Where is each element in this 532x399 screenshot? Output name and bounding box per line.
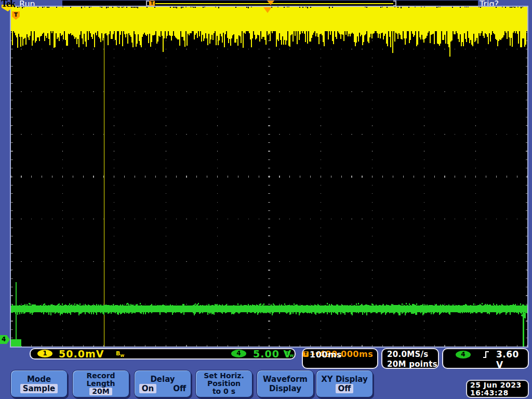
horizontal-scale: 100ms: [310, 350, 342, 360]
rising-edge-icon: [483, 351, 490, 359]
option-label: Waveform: [263, 375, 308, 384]
channel1-scale: 50.0mV: [59, 348, 104, 360]
option-label: to 0 s: [212, 388, 235, 395]
channel1-badge: 1: [37, 350, 52, 357]
button-label-line: XY Display: [316, 375, 373, 384]
waveform-canvas: [11, 7, 527, 347]
button-label-line: Set Horiz.: [196, 372, 252, 380]
button-label-line: Delay: [135, 375, 191, 384]
trigger-level: 3.60 V: [496, 349, 528, 370]
option-label: Mode: [27, 375, 51, 384]
button-label-line: Display: [257, 384, 313, 393]
sample-rate: 20.0MS/s: [387, 350, 429, 359]
horizontal-readout-box: 100ms T → ▼ 490.000ms: [302, 348, 378, 369]
trigger-readout-box: 4 3.60 V: [442, 348, 529, 369]
selected-option: Sample: [20, 384, 58, 393]
option-label: Set Horiz.: [204, 372, 244, 380]
menu-button-delay[interactable]: DelayOnOff: [134, 370, 191, 397]
option-label: Length: [86, 380, 115, 388]
option-label: Display: [269, 384, 301, 393]
channel4-badge: 4: [231, 350, 246, 357]
sample-rate-box: 20.0MS/s 20M points: [381, 348, 439, 369]
menu-button-set-horizontal-position[interactable]: Set Horiz.Positionto 0 s: [195, 370, 252, 397]
channel-readout-box: 1 50.0mV BW 4 5.00 V BW: [30, 348, 296, 360]
option-label: Record: [86, 372, 115, 380]
button-label-line: OnOff: [135, 384, 191, 393]
waveform-display-area: T: [10, 6, 528, 348]
channel1-bandwidth-icon: BW: [116, 350, 124, 358]
oscilloscope-ui: Tek Run T Trig? T 4 1 50.0mV BW 4 5.00 V…: [0, 0, 532, 399]
option-label: XY Display: [321, 375, 368, 384]
trigger-position-icon: [267, 1, 274, 5]
record-length: 20M points: [387, 360, 437, 369]
trigger-t-icon: T: [303, 351, 309, 357]
selected-option: 20M: [89, 388, 112, 395]
menu-button-record-length[interactable]: RecordLength20M: [72, 370, 129, 397]
button-label-line: 20M: [73, 388, 129, 395]
channel4-position-marker: 4: [0, 335, 10, 344]
channel4-bandwidth-icon: BW: [285, 350, 294, 358]
option-label: Position: [207, 380, 241, 388]
channel4-waveform: [11, 282, 527, 347]
date-label: 25 Jun 2023: [470, 381, 528, 389]
menu-button-mode[interactable]: ModeSample: [10, 370, 68, 397]
record-waveform-line: [155, 3, 393, 4]
button-label-line: to 0 s: [196, 388, 252, 395]
option-label: Off: [173, 384, 186, 393]
button-label-line: Sample: [11, 384, 67, 393]
button-label-line: Waveform: [257, 375, 313, 384]
button-label-line: Position: [196, 380, 252, 388]
button-label-line: Off: [316, 384, 373, 393]
tek-logo: Tek: [1, 0, 15, 9]
selected-option: Off: [336, 384, 354, 393]
button-label-line: Mode: [11, 375, 67, 384]
menu-button-xy-display[interactable]: XY DisplayOff: [316, 370, 373, 397]
button-label-line: Record: [73, 372, 129, 380]
time-label: 16:43:28: [470, 389, 528, 397]
button-label-line: Length: [73, 380, 129, 388]
menu-button-waveform-display[interactable]: WaveformDisplay: [257, 370, 314, 397]
option-label: Delay: [150, 375, 175, 384]
trigger-position-marker-icon: [263, 7, 272, 13]
datetime-box: 25 Jun 2023 16:43:28: [466, 380, 529, 398]
selected-option: On: [139, 384, 156, 393]
trigger-source-badge: 4: [456, 351, 471, 358]
